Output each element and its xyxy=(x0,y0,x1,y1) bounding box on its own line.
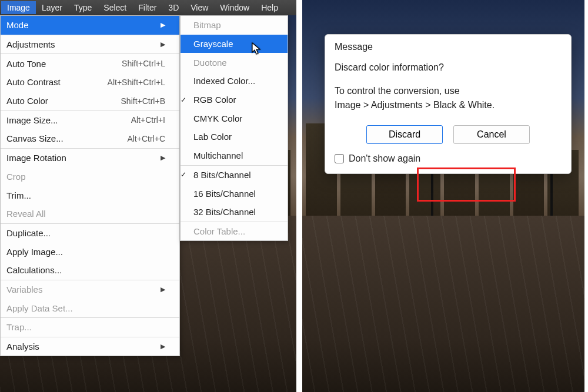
mode-menu-item-label: 8 Bits/Channel xyxy=(193,170,251,180)
mode-menu-item-label: 32 Bits/Channel xyxy=(193,207,256,217)
mode-menu-item-duotone: Duotone xyxy=(181,53,288,72)
dialog-title: Message xyxy=(325,35,571,56)
image-menu-item-label: Adjustments xyxy=(6,39,55,49)
menubar-item-window[interactable]: Window xyxy=(214,1,255,14)
menubar-item-select[interactable]: Select xyxy=(98,1,132,14)
mode-menu-item-multichannel[interactable]: Multichannel xyxy=(181,146,288,165)
image-menu-item-calculations[interactable]: Calculations... xyxy=(1,261,179,280)
submenu-arrow-icon: ▶ xyxy=(161,21,165,29)
image-menu-item-label: Auto Color xyxy=(6,96,48,106)
image-menu-item-auto-contrast[interactable]: Auto ContrastAlt+Shift+Ctrl+L xyxy=(1,73,179,92)
mode-menu-item-bitmap: Bitmap xyxy=(181,16,288,35)
submenu-arrow-icon: ▶ xyxy=(161,286,165,293)
image-menu-item-label: Duplicate... xyxy=(6,228,51,238)
mode-menu-item-label: Multichannel xyxy=(193,150,243,160)
menubar-item-view[interactable]: View xyxy=(185,1,214,14)
dialog-hint-1: To control the conversion, use xyxy=(335,84,562,98)
mode-menu-item-label: 16 Bits/Channel xyxy=(193,189,256,199)
image-menu-item-reveal-all: Reveal All xyxy=(1,205,179,223)
image-menu-item-label: Image Rotation xyxy=(6,153,66,163)
mode-menu-item-8-bits-channel[interactable]: ✓8 Bits/Channel xyxy=(181,166,288,185)
dialog-question: Discard color information? xyxy=(335,61,562,75)
mode-menu-item-label: Bitmap xyxy=(193,20,221,30)
image-menu-item-label: Reveal All xyxy=(6,209,46,219)
right-panel: Message Discard color information? To co… xyxy=(300,0,584,392)
shortcut-label: Shift+Ctrl+B xyxy=(121,96,165,106)
mode-submenu: BitmapGrayscaleDuotoneIndexed Color...✓R… xyxy=(180,15,288,241)
mode-menu-item-32-bits-channel[interactable]: 32 Bits/Channel xyxy=(181,203,288,222)
check-icon: ✓ xyxy=(179,170,188,179)
message-dialog: Message Discard color information? To co… xyxy=(325,34,572,174)
left-panel: ImageLayerTypeSelectFilter3DViewWindowHe… xyxy=(0,0,300,392)
menubar-item-3d[interactable]: 3D xyxy=(162,1,185,14)
dont-show-checkbox[interactable] xyxy=(335,154,344,163)
image-menu-item-label: Canvas Size... xyxy=(6,133,64,143)
image-menu-item-label: Analysis xyxy=(6,341,39,351)
image-menu-item-trim[interactable]: Trim... xyxy=(1,186,179,205)
menubar-item-layer[interactable]: Layer xyxy=(36,1,68,14)
image-menu-item-image-size[interactable]: Image Size...Alt+Ctrl+I xyxy=(1,110,179,129)
menubar-item-image[interactable]: Image xyxy=(1,1,36,14)
shortcut-label: Alt+Shift+Ctrl+L xyxy=(108,78,165,87)
image-menu-item-analysis[interactable]: Analysis▶ xyxy=(1,337,179,356)
image-menu-item-apply-data-set: Apply Data Set... xyxy=(1,299,179,317)
image-menu-item-label: Apply Data Set... xyxy=(6,303,73,313)
mode-menu-item-label: Indexed Color... xyxy=(193,76,255,86)
mode-menu-item-16-bits-channel[interactable]: 16 Bits/Channel xyxy=(181,184,288,203)
menubar-item-filter[interactable]: Filter xyxy=(132,1,162,14)
dont-show-label: Don't show again xyxy=(349,153,420,164)
image-menu-item-crop: Crop xyxy=(1,167,179,186)
mode-menu-item-label: Grayscale xyxy=(193,39,233,49)
image-menu-item-label: Trim... xyxy=(6,190,31,200)
image-menu-item-auto-color[interactable]: Auto ColorShift+Ctrl+B xyxy=(1,92,179,110)
image-menu-item-label: Auto Contrast xyxy=(6,77,61,87)
image-menu-item-label: Mode xyxy=(6,20,29,30)
shortcut-label: Alt+Ctrl+I xyxy=(131,115,165,125)
menubar-item-type[interactable]: Type xyxy=(68,1,98,14)
image-menu-item-label: Variables xyxy=(6,284,42,294)
image-menu-item-label: Trap... xyxy=(6,322,32,332)
image-menu-item-trap: Trap... xyxy=(1,318,179,337)
mode-menu-item-label: Lab Color xyxy=(193,132,232,142)
shortcut-label: Shift+Ctrl+L xyxy=(122,59,165,68)
menubar: ImageLayerTypeSelectFilter3DViewWindowHe… xyxy=(0,0,296,15)
image-menu-item-adjustments[interactable]: Adjustments▶ xyxy=(1,35,179,54)
mode-menu-item-cmyk-color[interactable]: CMYK Color xyxy=(181,109,288,128)
image-menu-item-canvas-size[interactable]: Canvas Size...Alt+Ctrl+C xyxy=(1,129,179,148)
image-menu-item-image-rotation[interactable]: Image Rotation▶ xyxy=(1,149,179,167)
discard-button[interactable]: Discard xyxy=(366,125,443,144)
image-menu-item-label: Crop xyxy=(6,172,26,182)
image-menu-item-duplicate[interactable]: Duplicate... xyxy=(1,224,179,243)
mode-menu-item-rgb-color[interactable]: ✓RGB Color xyxy=(181,91,288,109)
image-menu-item-label: Calculations... xyxy=(6,265,62,275)
mode-menu-item-lab-color[interactable]: Lab Color xyxy=(181,128,288,146)
mode-menu-item-indexed-color[interactable]: Indexed Color... xyxy=(181,72,288,91)
image-menu-item-label: Image Size... xyxy=(6,115,58,125)
cursor-icon xyxy=(252,42,262,58)
image-menu-item-label: Auto Tone xyxy=(6,59,46,69)
image-menu-item-mode[interactable]: Mode▶ xyxy=(1,16,179,35)
image-menu-item-label: Apply Image... xyxy=(6,247,63,257)
mode-menu-item-grayscale[interactable]: Grayscale xyxy=(181,35,288,53)
submenu-arrow-icon: ▶ xyxy=(161,343,165,350)
image-menu-item-apply-image[interactable]: Apply Image... xyxy=(1,242,179,261)
image-menu-item-variables: Variables▶ xyxy=(1,280,179,299)
shortcut-label: Alt+Ctrl+C xyxy=(127,134,165,143)
mode-menu-item-color-table: Color Table... xyxy=(181,222,288,241)
mode-menu-item-label: CMYK Color xyxy=(193,113,242,123)
mode-menu-item-label: Color Table... xyxy=(193,226,245,236)
image-menu-item-auto-tone[interactable]: Auto ToneShift+Ctrl+L xyxy=(1,54,179,73)
image-menu: Mode▶Adjustments▶Auto ToneShift+Ctrl+LAu… xyxy=(0,15,180,356)
cancel-button[interactable]: Cancel xyxy=(453,125,530,144)
menubar-item-help[interactable]: Help xyxy=(255,1,284,14)
submenu-arrow-icon: ▶ xyxy=(161,154,165,162)
mode-menu-item-label: RGB Color xyxy=(193,95,236,105)
mode-menu-item-label: Duotone xyxy=(193,58,227,68)
check-icon: ✓ xyxy=(179,96,188,104)
submenu-arrow-icon: ▶ xyxy=(161,41,165,48)
dialog-hint-2: Image > Adjustments > Black & White. xyxy=(335,98,562,112)
